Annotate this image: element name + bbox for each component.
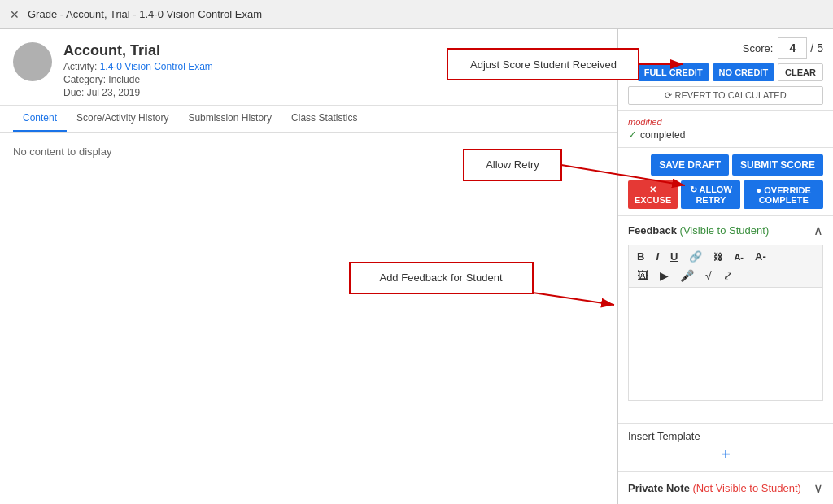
score-max: 5	[817, 41, 823, 54]
bold-button[interactable]: B	[634, 249, 648, 264]
no-content-text: No content to display	[13, 146, 111, 158]
math-button[interactable]: √	[702, 267, 715, 284]
close-icon[interactable]: ✕	[10, 8, 20, 21]
title-bar: ✕ Grade - Account, Trial - 1.4-0 Vision …	[0, 0, 833, 29]
score-label: Score:	[743, 42, 774, 54]
excuse-button[interactable]: ✕ EXCUSE	[628, 180, 678, 209]
underline-button[interactable]: U	[667, 249, 681, 264]
override-complete-button[interactable]: ● OVERRIDE COMPLETE	[744, 180, 823, 209]
font-size-large-button[interactable]: A-	[752, 249, 770, 264]
fullscreen-button[interactable]: ⤢	[720, 267, 736, 284]
allow-retry-button[interactable]: ↻ ALLOW RETRY	[681, 180, 740, 209]
completed-row: ✓ completed	[628, 128, 823, 141]
unlink-button[interactable]: ⛓	[710, 250, 726, 263]
activity-link[interactable]: 1.4-0 Vision Control Exam	[100, 61, 213, 72]
score-buttons: FULL CREDIT NO CREDIT CLEAR	[628, 63, 823, 81]
mic-button[interactable]: 🎤	[677, 267, 697, 284]
feedback-collapse-icon[interactable]: ∧	[813, 223, 823, 238]
modified-text: modified	[628, 117, 823, 127]
tab-submission[interactable]: Submission History	[178, 106, 281, 132]
left-panel: Account, Trial Activity: 1.4-0 Vision Co…	[0, 29, 617, 504]
not-visible-label: (Not Visible to Student)	[693, 482, 801, 494]
main-layout: Account, Trial Activity: 1.4-0 Vision Co…	[0, 29, 833, 504]
editor-toolbar: B I U 🔗 ⛓ A- A- 🖼 ▶ 🎤 √ ⤢	[628, 245, 823, 287]
feedback-editor[interactable]	[628, 287, 823, 401]
media-button[interactable]: ▶	[656, 267, 672, 284]
toolbar-row-2: 🖼 ▶ 🎤 √ ⤢	[634, 267, 818, 284]
tabs: Content Score/Activity History Submissio…	[0, 106, 617, 133]
action-row1: SAVE DRAFT SUBMIT SCORE	[628, 154, 823, 176]
revert-button[interactable]: ⟳ REVERT TO CALCULATED	[628, 86, 823, 105]
insert-template-label: Insert Template	[628, 430, 823, 442]
right-panel: Score: / 5 FULL CREDIT NO CREDIT CLEAR ⟳…	[617, 29, 833, 504]
visible-label: (Visible to Student)	[680, 224, 770, 237]
private-note-title: Private Note (Not Visible to Student)	[628, 482, 801, 494]
completed-text: completed	[640, 129, 685, 141]
student-header: Account, Trial Activity: 1.4-0 Vision Co…	[0, 29, 617, 106]
link-button[interactable]: 🔗	[686, 249, 705, 264]
status-section: modified ✓ completed	[618, 111, 833, 148]
clear-button[interactable]: CLEAR	[778, 63, 823, 81]
student-name: Account, Trial	[63, 42, 213, 59]
insert-plus-button[interactable]: +	[628, 445, 823, 464]
tab-content[interactable]: Content	[13, 106, 67, 132]
submit-score-button[interactable]: SUBMIT SCORE	[732, 154, 823, 176]
private-note-collapse-icon[interactable]: ∨	[813, 480, 823, 496]
feedback-header: Feedback (Visible to Student) ∧	[628, 223, 823, 238]
private-note[interactable]: Private Note (Not Visible to Student) ∨	[618, 471, 833, 504]
student-info: Account, Trial Activity: 1.4-0 Vision Co…	[63, 42, 213, 98]
feedback-section: Feedback (Visible to Student) ∧ B I U 🔗 …	[618, 216, 833, 424]
tab-score-activity[interactable]: Score/Activity History	[67, 106, 178, 132]
no-credit-button[interactable]: NO CREDIT	[713, 63, 775, 81]
action-row2: ✕ EXCUSE ↻ ALLOW RETRY ● OVERRIDE COMPLE…	[628, 180, 823, 209]
score-input[interactable]	[778, 37, 807, 59]
score-divider: /	[810, 41, 813, 54]
insert-template: Insert Template +	[618, 424, 833, 471]
due-text: Due: Jul 23, 2019	[63, 87, 213, 98]
image-button[interactable]: 🖼	[634, 267, 652, 284]
feedback-title: Feedback (Visible to Student)	[628, 224, 769, 237]
action-buttons: SAVE DRAFT SUBMIT SCORE ✕ EXCUSE ↻ ALLOW…	[618, 148, 833, 216]
save-draft-button[interactable]: SAVE DRAFT	[651, 154, 729, 176]
activity-label: Activity: 1.4-0 Vision Control Exam	[63, 61, 213, 72]
full-credit-button[interactable]: FULL CREDIT	[638, 63, 709, 81]
category-text: Category: Include	[63, 74, 213, 85]
font-size-button[interactable]: A-	[731, 250, 747, 263]
check-icon: ✓	[628, 128, 637, 141]
italic-button[interactable]: I	[652, 249, 662, 264]
toolbar-row-1: B I U 🔗 ⛓ A- A-	[634, 249, 818, 264]
score-row: Score: / 5	[628, 37, 823, 59]
avatar	[13, 42, 52, 81]
score-section: Score: / 5 FULL CREDIT NO CREDIT CLEAR ⟳…	[618, 29, 833, 111]
tab-class-stats[interactable]: Class Statistics	[281, 106, 367, 132]
window-title: Grade - Account, Trial - 1.4-0 Vision Co…	[28, 8, 262, 20]
content-area: No content to display	[0, 133, 617, 504]
